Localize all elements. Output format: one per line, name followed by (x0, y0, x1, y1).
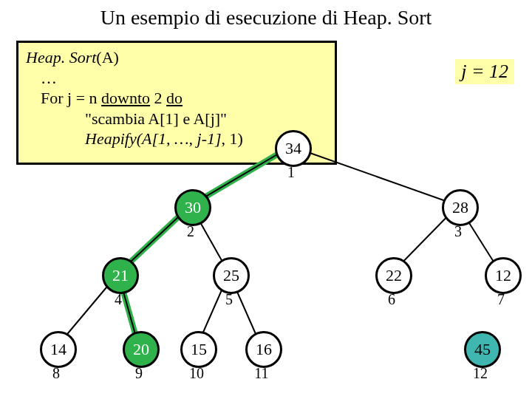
code-fn: Heap. Sort (26, 48, 96, 66)
heap-node-12: 45 (464, 331, 501, 368)
heap-index-10: 10 (182, 365, 211, 382)
heap-node-5: 25 (213, 257, 250, 294)
heap-index-11: 11 (247, 365, 276, 382)
heap-index-8: 8 (41, 365, 71, 382)
code-line-4: "scambia A[1] e A[j]" (26, 109, 327, 129)
j-indicator: j = 12 (455, 59, 514, 84)
heap-index-7: 7 (486, 291, 516, 308)
heap-node-3: 28 (442, 189, 479, 226)
heap-node-2: 30 (174, 189, 211, 226)
code-arg: (A) (96, 48, 119, 66)
slide-title: Un esempio di esecuzione di Heap. Sort (0, 6, 532, 30)
heap-index-6: 6 (377, 291, 406, 308)
heap-node-4: 21 (102, 257, 139, 294)
heap-node-11: 16 (245, 331, 282, 368)
heap-index-9: 9 (124, 365, 154, 382)
slide: { "title": "Un esempio di esecuzione di … (0, 0, 532, 399)
heap-index-1: 1 (276, 164, 306, 181)
code-line-1: Heap. Sort(A) (26, 47, 327, 68)
heap-node-10: 15 (180, 331, 217, 368)
heap-node-6: 22 (375, 257, 412, 294)
heap-node-9: 20 (123, 331, 160, 368)
heap-index-4: 4 (103, 291, 133, 308)
code-line-3: For j = n downto 2 do (26, 88, 327, 109)
heap-node-8: 14 (40, 331, 77, 368)
heap-node-7: 12 (485, 257, 522, 294)
heap-index-5: 5 (214, 291, 244, 308)
code-heapify: Heapify (85, 129, 137, 148)
heap-index-2: 2 (176, 223, 205, 240)
code-line-2: … (26, 68, 327, 89)
heap-index-12: 12 (466, 365, 495, 382)
heap-index-3: 3 (443, 223, 473, 240)
heap-node-1: 34 (275, 130, 312, 167)
